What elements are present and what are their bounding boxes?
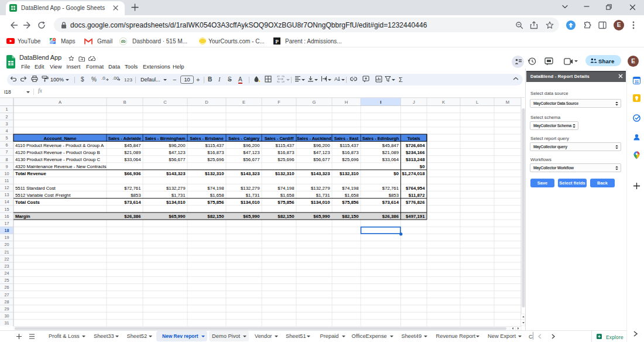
svg-text:Sales - Adelaide: Sales - Adelaide bbox=[108, 136, 141, 141]
svg-text:$65,990: $65,990 bbox=[169, 214, 186, 219]
svg-text:$132,279: $132,279 bbox=[166, 186, 186, 191]
svg-text:$73,614: $73,614 bbox=[382, 200, 399, 205]
svg-text:$73,614: $73,614 bbox=[124, 200, 141, 205]
svg-text:$143,323: $143,323 bbox=[166, 171, 186, 176]
svg-text:H: H bbox=[345, 100, 348, 105]
svg-text:Sales - Auckland: Sales - Auckland bbox=[297, 136, 331, 141]
svg-text:$65,990: $65,990 bbox=[243, 214, 260, 219]
svg-text:26: 26 bbox=[5, 285, 9, 290]
svg-text:$74,198: $74,198 bbox=[278, 186, 294, 191]
svg-text:Account_Name: Account_Name bbox=[44, 136, 77, 141]
svg-text:$75,856: $75,856 bbox=[207, 200, 224, 205]
svg-text:19: 19 bbox=[5, 235, 9, 240]
svg-text:$26,386: $26,386 bbox=[124, 214, 141, 219]
svg-text:.00: .00 bbox=[112, 76, 119, 81]
svg-text:$33,064: $33,064 bbox=[124, 157, 141, 162]
svg-text:M: M bbox=[506, 100, 509, 105]
svg-text:$16,873: $16,873 bbox=[342, 150, 358, 155]
svg-text:15: 15 bbox=[5, 207, 9, 212]
svg-text:Sales - Cardiff: Sales - Cardiff bbox=[265, 136, 294, 141]
svg-text:$1,658: $1,658 bbox=[280, 193, 294, 198]
svg-text:$45,847: $45,847 bbox=[382, 143, 399, 148]
svg-text:25: 25 bbox=[5, 278, 9, 283]
svg-text:31: 31 bbox=[5, 320, 9, 326]
svg-text:$132,310: $132,310 bbox=[340, 171, 359, 176]
svg-text:$45,847: $45,847 bbox=[124, 143, 141, 148]
svg-text:4: 4 bbox=[6, 128, 8, 134]
svg-text:$72,761: $72,761 bbox=[124, 186, 141, 191]
svg-text:$132,310: $132,310 bbox=[275, 171, 294, 176]
svg-text:5512 Variable Cost /Freight: 5512 Variable Cost /Freight bbox=[15, 193, 71, 198]
svg-text:29: 29 bbox=[5, 306, 9, 312]
svg-text:21: 21 bbox=[5, 249, 9, 255]
svg-text:$82,150: $82,150 bbox=[207, 214, 224, 219]
svg-text:12: 12 bbox=[5, 185, 9, 190]
svg-text:Sales - East: Sales - East bbox=[334, 136, 359, 141]
svg-text:$33,064: $33,064 bbox=[382, 157, 399, 162]
svg-text:$25,696: $25,696 bbox=[278, 157, 294, 162]
svg-text:G: G bbox=[313, 100, 316, 105]
svg-text:23: 23 bbox=[5, 264, 9, 269]
svg-text:$132,279: $132,279 bbox=[311, 186, 330, 191]
svg-text:$115,437: $115,437 bbox=[276, 143, 294, 148]
svg-text:$726,604: $726,604 bbox=[406, 143, 425, 148]
svg-text:$115,437: $115,437 bbox=[340, 143, 359, 148]
svg-text:5: 5 bbox=[6, 135, 8, 141]
svg-text:$96,200: $96,200 bbox=[313, 143, 330, 148]
svg-text:J: J bbox=[413, 100, 415, 105]
svg-text:7: 7 bbox=[6, 149, 8, 155]
svg-text:$132,279: $132,279 bbox=[241, 186, 260, 191]
svg-text:$56,677: $56,677 bbox=[169, 157, 185, 162]
svg-text:$143,323: $143,323 bbox=[311, 171, 330, 176]
svg-text:$72,761: $72,761 bbox=[382, 186, 399, 191]
svg-text:$47,123: $47,123 bbox=[243, 150, 259, 155]
svg-text:17: 17 bbox=[5, 221, 9, 226]
svg-text:Total Costs: Total Costs bbox=[15, 200, 40, 205]
svg-text:$11,872: $11,872 bbox=[409, 193, 425, 198]
svg-text:$82,150: $82,150 bbox=[278, 214, 294, 219]
svg-text:Total Revenue: Total Revenue bbox=[15, 171, 46, 176]
svg-text:$21,089: $21,089 bbox=[124, 150, 141, 155]
svg-text:$0: $0 bbox=[420, 164, 425, 169]
svg-text:5511 Standard Cost: 5511 Standard Cost bbox=[15, 186, 56, 191]
svg-text:6: 6 bbox=[6, 142, 8, 148]
svg-text:$1,274,018: $1,274,018 bbox=[402, 171, 425, 176]
svg-text:C: C bbox=[163, 100, 167, 105]
svg-text:1: 1 bbox=[6, 107, 8, 112]
svg-text:22: 22 bbox=[5, 256, 9, 262]
svg-text:$25,696: $25,696 bbox=[342, 157, 358, 162]
svg-text:30: 30 bbox=[5, 313, 9, 319]
svg-text:$26,386: $26,386 bbox=[382, 214, 399, 219]
svg-text:$66,936: $66,936 bbox=[124, 171, 141, 176]
svg-text:A: A bbox=[334, 76, 338, 82]
svg-text:$1,731: $1,731 bbox=[316, 193, 330, 198]
svg-text:$313,248: $313,248 bbox=[406, 157, 425, 162]
svg-text:$1,658: $1,658 bbox=[210, 193, 224, 198]
svg-text:$16,873: $16,873 bbox=[207, 150, 224, 155]
svg-text:3: 3 bbox=[6, 121, 8, 126]
svg-text:$16,873: $16,873 bbox=[278, 150, 294, 155]
svg-text:Sales - Birmingham: Sales - Birmingham bbox=[145, 136, 186, 141]
svg-text:4320 Maintenance Revenue - New: 4320 Maintenance Revenue - New Contracts bbox=[15, 164, 107, 169]
svg-text:$1,658: $1,658 bbox=[345, 193, 359, 198]
svg-text:$115,437: $115,437 bbox=[205, 143, 224, 148]
svg-text:8: 8 bbox=[6, 157, 8, 162]
svg-text:K: K bbox=[442, 100, 445, 105]
svg-text:F: F bbox=[278, 100, 280, 105]
svg-text:16: 16 bbox=[5, 214, 9, 219]
svg-text:14: 14 bbox=[5, 199, 9, 204]
svg-text:$132,310: $132,310 bbox=[205, 171, 224, 176]
svg-text:10: 10 bbox=[5, 171, 9, 176]
svg-text:18: 18 bbox=[5, 228, 9, 233]
svg-text:$776,826: $776,826 bbox=[406, 200, 425, 205]
svg-text:Totals: Totals bbox=[407, 136, 420, 141]
svg-text:$96,200: $96,200 bbox=[243, 143, 260, 148]
svg-text:$1,731: $1,731 bbox=[172, 193, 186, 198]
svg-text:$75,856: $75,856 bbox=[342, 200, 359, 205]
svg-text:D: D bbox=[205, 100, 208, 105]
svg-text:$65,990: $65,990 bbox=[313, 214, 330, 219]
svg-text:$96,200: $96,200 bbox=[169, 143, 186, 148]
svg-text:$21,089: $21,089 bbox=[382, 150, 399, 155]
svg-text:4130 Product Revenue - Product: 4130 Product Revenue - Product Group C bbox=[15, 157, 101, 162]
svg-text:Sales - Edinburgh: Sales - Edinburgh bbox=[362, 136, 399, 141]
